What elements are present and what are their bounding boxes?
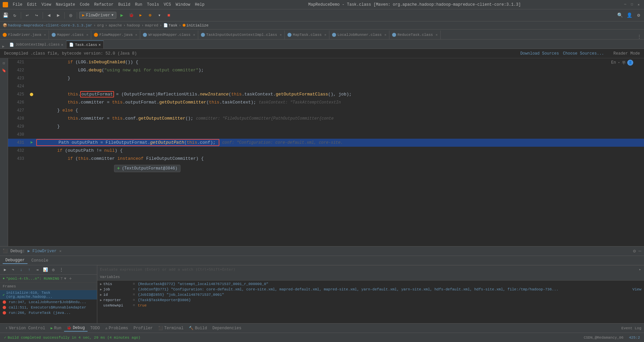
tab-close-wrappedmapper[interactable]: ✕ <box>193 33 195 37</box>
editor-expand-icon[interactable]: ▶ <box>0 44 7 49</box>
watch-input-arrow[interactable]: ▸ <box>639 267 641 272</box>
toolbar-undo[interactable]: ↩ <box>23 11 31 19</box>
tab-taskinputoutput[interactable]: TaskInputOutputContextImpl.class ✕ <box>198 30 285 39</box>
toolbar-nav-forward[interactable]: ▶ <box>54 11 62 19</box>
status-position[interactable]: 425:2 <box>628 336 641 340</box>
tab-wrappedmapper[interactable]: WrappedMapper.class ✕ <box>140 30 198 39</box>
maximize-button[interactable]: □ <box>629 2 635 7</box>
step-out-button[interactable]: ↑ <box>25 266 33 274</box>
var-view-job[interactable]: View <box>633 287 641 291</box>
bottom-tab-problems[interactable]: ⚠ Problems <box>103 325 131 331</box>
tab2-close-task[interactable]: ✕ <box>99 43 101 47</box>
tab-reducetask[interactable]: ReduceTask.class ✕ <box>389 30 441 39</box>
infobar-actions[interactable]: Download Sources Choose Sources... Reade… <box>520 51 640 56</box>
event-log-link[interactable]: Event Log <box>622 326 641 330</box>
breadcrumb-apache[interactable]: apache <box>109 23 122 27</box>
frame-item-initialize[interactable]: ✔ initialize:610, Task (org.apache.hadoo… <box>0 290 97 299</box>
tabs-overflow-button[interactable]: ⋮ <box>637 34 641 39</box>
frame-item-run347[interactable]: run:347, LocalJobRunner$Job$Redu... <box>0 299 97 305</box>
menu-bar[interactable]: File Edit View Navigate Code Refactor Bu… <box>11 2 207 8</box>
code-editor[interactable]: En · 半 👤 421 if (LOG.isDebugEnabled()) {… <box>8 58 644 246</box>
tab-close-maptask[interactable]: ✕ <box>324 33 326 37</box>
step-over-button[interactable]: ↷ <box>9 266 17 274</box>
tab-close-reducetask[interactable]: ✕ <box>436 33 438 37</box>
var-row-this[interactable]: ▶ this = {ReduceTask@3772} "attempt_loca… <box>97 281 644 287</box>
minimize-panel[interactable]: ─ <box>639 249 641 254</box>
menu-window[interactable]: Window <box>174 2 192 8</box>
line-content-425[interactable]: this.outputFormat = (OutputFormat)Reflec… <box>35 90 644 98</box>
thread-selector[interactable]: ● *pool-4-th...n*: RUNNING ⊤ ▼ + <box>0 275 97 283</box>
bottom-tab-dependencies[interactable]: Dependencies <box>210 325 244 331</box>
tab2-task[interactable]: 📄 Task.class ✕ <box>66 41 104 49</box>
frame-item-call511[interactable]: call:511, Executors$RunnableAdapter <box>0 305 97 310</box>
evaluate-expression[interactable]: 📊 <box>42 266 49 274</box>
debug-button[interactable]: 🐞 <box>127 11 135 19</box>
thread-filter-icon[interactable]: ⊤ <box>60 276 63 281</box>
minimize-button[interactable]: ─ <box>623 2 628 7</box>
toolbar-target[interactable]: ◎ <box>67 11 75 19</box>
line-content-429[interactable]: } <box>35 123 644 131</box>
evaluate-input[interactable] <box>100 267 639 272</box>
bottom-tab-vcs[interactable]: ⬆ Version Control <box>3 325 48 331</box>
bottom-tab-todo[interactable]: TODO <box>88 325 103 331</box>
user-icon[interactable]: 👤 <box>625 11 633 19</box>
bookmarks-icon[interactable]: 🔖 <box>1 67 7 74</box>
resume-button[interactable]: ▶ <box>1 266 9 274</box>
tab-localjobrunner[interactable]: LocalJobRunner.class ✕ <box>329 30 389 39</box>
toolbar-sync[interactable]: ↻ <box>11 11 19 19</box>
reader-mode-button[interactable]: Reader Mode <box>613 51 640 56</box>
toolbar-nav-back[interactable]: ◀ <box>45 11 53 19</box>
watch-input-bar[interactable]: ▸ <box>97 265 644 273</box>
step-into-button[interactable]: ↓ <box>17 266 25 274</box>
settings-icon[interactable]: ⚙ <box>635 11 643 19</box>
var-row-id[interactable]: ▶ id = {JobID@2855} "job_local1487671537… <box>97 292 644 297</box>
settings-gear[interactable]: ⚙ <box>633 248 636 254</box>
tab-maptask[interactable]: MapTask.class ✕ <box>285 30 329 39</box>
debug-tooltip[interactable]: + (TextOutputFormat@3846) <box>114 165 180 172</box>
menu-navigate[interactable]: Navigate <box>54 2 77 8</box>
more-run-button[interactable]: ▾ <box>155 11 163 19</box>
var-row-job[interactable]: ▶ job = {JobConf@3771} "Configuration: c… <box>97 287 644 292</box>
menu-run[interactable]: Run <box>133 2 144 8</box>
tab-close-flowdriver[interactable]: ✕ <box>44 33 46 37</box>
run-button[interactable]: ▶ <box>118 11 126 19</box>
show-execution-point[interactable]: ◎ <box>50 266 57 274</box>
download-sources-link[interactable]: Download Sources <box>520 51 559 56</box>
breakpoint-yellow-425[interactable] <box>30 93 33 96</box>
tab2-jobcontextimpl[interactable]: 📄 JobContextImpl.class ✕ <box>7 41 66 49</box>
var-row-reporter[interactable]: ▶ reporter = {Task$TaskReporter@3806} <box>97 297 644 303</box>
structure-icon[interactable]: ⊟ <box>1 60 7 66</box>
tab-mapper-class[interactable]: Mapper.class ✕ <box>49 30 91 39</box>
add-thread-button[interactable]: + <box>69 276 72 281</box>
breadcrumb-hadoop[interactable]: hadoop <box>127 23 140 27</box>
breadcrumb-mapred[interactable]: mapred <box>145 23 158 27</box>
menu-build[interactable]: Build <box>116 2 132 8</box>
line-content-430[interactable] <box>35 131 644 139</box>
var-row-usenewapi[interactable]: ▶ useNewApi = true <box>97 303 644 308</box>
stop-button[interactable]: ■ <box>165 11 173 19</box>
close-button[interactable]: ✕ <box>636 2 641 7</box>
menu-view[interactable]: View <box>40 2 53 8</box>
line-content-431[interactable]: Path outputPath = FileOutputFormat.getOu… <box>35 139 644 147</box>
line-content-421[interactable]: if (LOG.isDebugEnabled()) { <box>35 58 644 66</box>
menu-vcs[interactable]: VCS <box>162 2 173 8</box>
coverage-button[interactable]: ▶ <box>137 11 145 19</box>
menu-file[interactable]: File <box>11 2 24 8</box>
tab-flowmapper-java[interactable]: FlowMapper.java ✕ <box>91 30 140 39</box>
tabs-overflow[interactable]: ⋮ <box>637 34 644 39</box>
toolbar-redo[interactable]: ↪ <box>33 11 41 19</box>
profile-button[interactable]: ⊕ <box>146 11 154 19</box>
thread-dropdown-arrow[interactable]: ▼ <box>64 277 66 281</box>
tab-close-localjobrunner[interactable]: ✕ <box>384 33 386 37</box>
bottom-tab-profiler[interactable]: Profiler <box>131 325 156 331</box>
tab-close-taskinputoutput[interactable]: ✕ <box>280 33 282 37</box>
tab-flowdriver-java[interactable]: FlowDriver.java ✕ <box>0 30 49 39</box>
window-controls[interactable]: ─ □ ✕ <box>623 2 641 7</box>
breadcrumb-jar[interactable]: 📦 <box>3 23 7 27</box>
breadcrumb-task[interactable]: Task <box>169 23 177 27</box>
toolbar-save-all[interactable]: 💾 <box>1 11 9 19</box>
breadcrumb-org[interactable]: org <box>97 23 104 27</box>
tab2-close-jobcontextimpl[interactable]: ✕ <box>61 43 63 47</box>
menu-refactor[interactable]: Refactor <box>92 2 116 8</box>
menu-edit[interactable]: Edit <box>25 2 39 8</box>
